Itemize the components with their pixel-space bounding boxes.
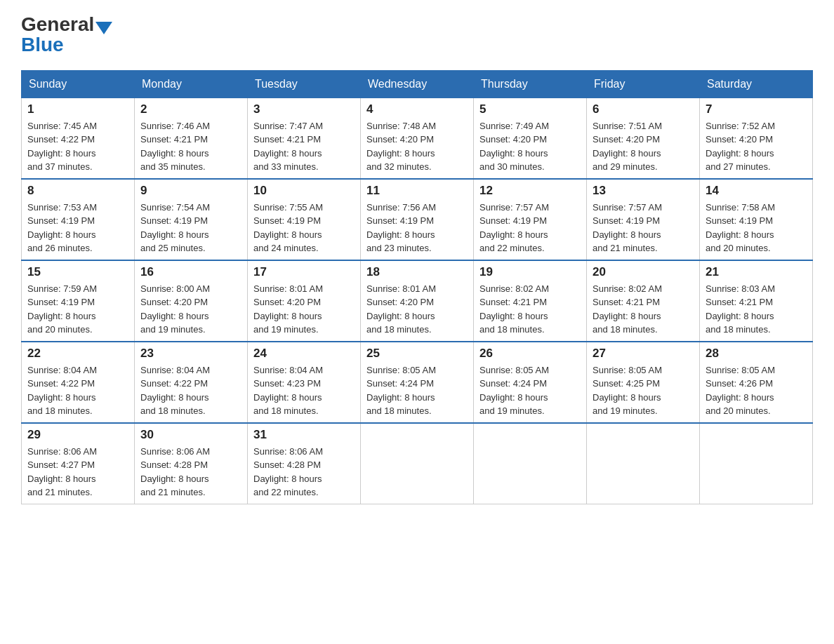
day-number: 14 [706,184,807,198]
day-info: Sunrise: 8:06 AMSunset: 4:28 PMDaylight:… [253,445,355,499]
day-number: 11 [366,184,468,198]
day-info: Sunrise: 8:01 AMSunset: 4:20 PMDaylight:… [366,282,468,337]
day-number: 9 [140,184,241,198]
day-info: Sunrise: 8:04 AMSunset: 4:23 PMDaylight:… [253,363,355,418]
calendar-day-cell: 10 Sunrise: 7:55 AMSunset: 4:19 PMDaylig… [248,179,361,260]
day-info: Sunrise: 7:52 AMSunset: 4:20 PMDaylight:… [706,119,807,174]
calendar-week-row: 15 Sunrise: 7:59 AMSunset: 4:19 PMDaylig… [22,260,813,342]
calendar-day-cell: 3 Sunrise: 7:47 AMSunset: 4:21 PMDayligh… [248,98,361,179]
day-number: 22 [27,347,128,361]
calendar-day-cell: 16 Sunrise: 8:00 AMSunset: 4:20 PMDaylig… [135,260,248,342]
calendar-day-cell: 27 Sunrise: 8:05 AMSunset: 4:25 PMDaylig… [587,342,700,423]
day-number: 17 [253,265,355,279]
day-number: 13 [593,184,694,198]
calendar-day-cell: 28 Sunrise: 8:05 AMSunset: 4:26 PMDaylig… [700,342,813,423]
day-number: 30 [140,428,241,442]
calendar-week-row: 29 Sunrise: 8:06 AMSunset: 4:27 PMDaylig… [22,423,813,504]
weekday-header-thursday: Thursday [474,70,587,98]
calendar-week-row: 8 Sunrise: 7:53 AMSunset: 4:19 PMDayligh… [22,179,813,260]
calendar-header-row: SundayMondayTuesdayWednesdayThursdayFrid… [22,70,813,98]
calendar-table: SundayMondayTuesdayWednesdayThursdayFrid… [21,70,813,504]
day-info: Sunrise: 7:59 AMSunset: 4:19 PMDaylight:… [27,282,128,337]
logo-blue-text: Blue [21,34,64,56]
day-info: Sunrise: 8:04 AMSunset: 4:22 PMDaylight:… [140,363,241,418]
day-number: 2 [140,102,241,116]
day-number: 1 [27,102,128,116]
calendar-day-cell: 30 Sunrise: 8:06 AMSunset: 4:28 PMDaylig… [135,423,248,504]
day-info: Sunrise: 7:48 AMSunset: 4:20 PMDaylight:… [366,119,468,174]
day-info: Sunrise: 7:45 AMSunset: 4:22 PMDaylight:… [27,119,128,174]
calendar-day-cell: 19 Sunrise: 8:02 AMSunset: 4:21 PMDaylig… [474,260,587,342]
day-info: Sunrise: 8:04 AMSunset: 4:22 PMDaylight:… [27,363,128,418]
calendar-day-cell: 17 Sunrise: 8:01 AMSunset: 4:20 PMDaylig… [248,260,361,342]
day-number: 19 [479,265,581,279]
calendar-day-cell: 9 Sunrise: 7:54 AMSunset: 4:19 PMDayligh… [135,179,248,260]
calendar-week-row: 22 Sunrise: 8:04 AMSunset: 4:22 PMDaylig… [22,342,813,423]
day-info: Sunrise: 7:47 AMSunset: 4:21 PMDaylight:… [253,119,355,174]
calendar-day-cell: 22 Sunrise: 8:04 AMSunset: 4:22 PMDaylig… [22,342,135,423]
day-number: 29 [27,428,128,442]
day-info: Sunrise: 8:03 AMSunset: 4:21 PMDaylight:… [706,282,807,337]
weekday-header-saturday: Saturday [700,70,813,98]
calendar-day-cell: 21 Sunrise: 8:03 AMSunset: 4:21 PMDaylig… [700,260,813,342]
day-info: Sunrise: 8:05 AMSunset: 4:25 PMDaylight:… [593,363,694,418]
day-info: Sunrise: 7:57 AMSunset: 4:19 PMDaylight:… [593,201,694,255]
day-info: Sunrise: 7:58 AMSunset: 4:19 PMDaylight:… [706,201,807,255]
calendar-day-cell: 5 Sunrise: 7:49 AMSunset: 4:20 PMDayligh… [474,98,587,179]
day-info: Sunrise: 8:05 AMSunset: 4:24 PMDaylight:… [366,363,468,418]
calendar-empty-cell [700,423,813,504]
day-info: Sunrise: 7:51 AMSunset: 4:20 PMDaylight:… [593,119,694,174]
calendar-day-cell: 1 Sunrise: 7:45 AMSunset: 4:22 PMDayligh… [22,98,135,179]
day-number: 16 [140,265,241,279]
day-number: 24 [253,347,355,361]
day-info: Sunrise: 7:55 AMSunset: 4:19 PMDaylight:… [253,201,355,255]
calendar-day-cell: 31 Sunrise: 8:06 AMSunset: 4:28 PMDaylig… [248,423,361,504]
calendar-day-cell: 4 Sunrise: 7:48 AMSunset: 4:20 PMDayligh… [361,98,474,179]
calendar-day-cell: 29 Sunrise: 8:06 AMSunset: 4:27 PMDaylig… [22,423,135,504]
calendar-day-cell: 6 Sunrise: 7:51 AMSunset: 4:20 PMDayligh… [587,98,700,179]
calendar-day-cell: 24 Sunrise: 8:04 AMSunset: 4:23 PMDaylig… [248,342,361,423]
calendar-day-cell: 7 Sunrise: 7:52 AMSunset: 4:20 PMDayligh… [700,98,813,179]
day-number: 10 [253,184,355,198]
day-info: Sunrise: 8:05 AMSunset: 4:26 PMDaylight:… [706,363,807,418]
calendar-week-row: 1 Sunrise: 7:45 AMSunset: 4:22 PMDayligh… [22,98,813,179]
day-number: 31 [253,428,355,442]
day-number: 21 [706,265,807,279]
weekday-header-tuesday: Tuesday [248,70,361,98]
day-number: 4 [366,102,468,116]
calendar-day-cell: 13 Sunrise: 7:57 AMSunset: 4:19 PMDaylig… [587,179,700,260]
day-info: Sunrise: 8:00 AMSunset: 4:20 PMDaylight:… [140,282,241,337]
calendar-day-cell: 11 Sunrise: 7:56 AMSunset: 4:19 PMDaylig… [361,179,474,260]
weekday-header-monday: Monday [135,70,248,98]
day-info: Sunrise: 8:06 AMSunset: 4:27 PMDaylight:… [27,445,128,499]
page-header: General Blue [21,14,813,56]
day-info: Sunrise: 8:05 AMSunset: 4:24 PMDaylight:… [479,363,581,418]
logo-arrow-icon [95,22,112,34]
day-info: Sunrise: 8:02 AMSunset: 4:21 PMDaylight:… [479,282,581,337]
day-number: 15 [27,265,128,279]
day-number: 18 [366,265,468,279]
day-number: 8 [27,184,128,198]
calendar-day-cell: 14 Sunrise: 7:58 AMSunset: 4:19 PMDaylig… [700,179,813,260]
calendar-empty-cell [474,423,587,504]
day-number: 25 [366,347,468,361]
calendar-day-cell: 8 Sunrise: 7:53 AMSunset: 4:19 PMDayligh… [22,179,135,260]
logo: General Blue [21,14,114,56]
day-info: Sunrise: 8:02 AMSunset: 4:21 PMDaylight:… [593,282,694,337]
day-number: 7 [706,102,807,116]
day-number: 20 [593,265,694,279]
day-number: 27 [593,347,694,361]
weekday-header-friday: Friday [587,70,700,98]
calendar-day-cell: 15 Sunrise: 7:59 AMSunset: 4:19 PMDaylig… [22,260,135,342]
day-number: 5 [479,102,581,116]
day-info: Sunrise: 8:06 AMSunset: 4:28 PMDaylight:… [140,445,241,499]
day-number: 23 [140,347,241,361]
calendar-day-cell: 12 Sunrise: 7:57 AMSunset: 4:19 PMDaylig… [474,179,587,260]
day-number: 12 [479,184,581,198]
day-info: Sunrise: 7:54 AMSunset: 4:19 PMDaylight:… [140,201,241,255]
day-info: Sunrise: 7:49 AMSunset: 4:20 PMDaylight:… [479,119,581,174]
day-info: Sunrise: 7:53 AMSunset: 4:19 PMDaylight:… [27,201,128,255]
weekday-header-wednesday: Wednesday [361,70,474,98]
day-info: Sunrise: 7:57 AMSunset: 4:19 PMDaylight:… [479,201,581,255]
day-info: Sunrise: 8:01 AMSunset: 4:20 PMDaylight:… [253,282,355,337]
